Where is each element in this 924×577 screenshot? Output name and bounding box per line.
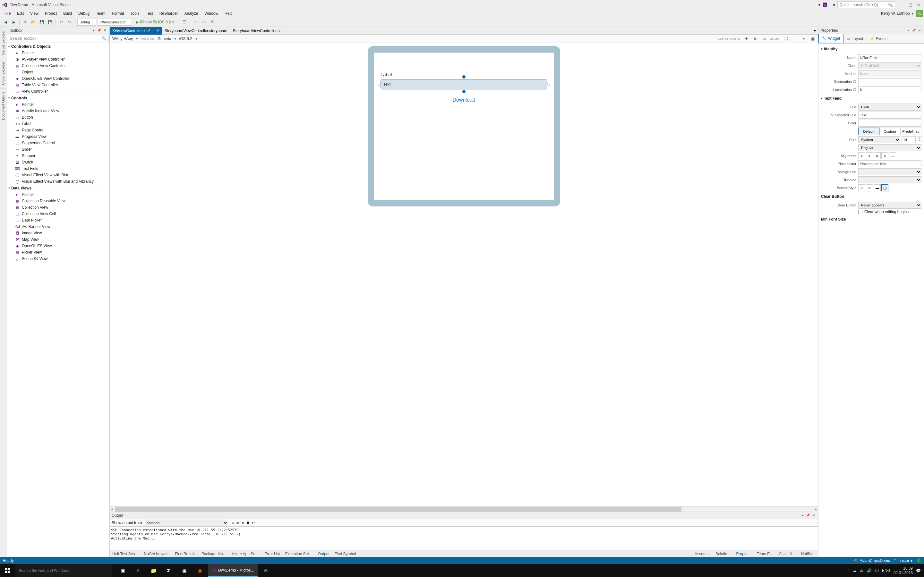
- toolbox-item[interactable]: ◆OpenGL ES View Controller: [7, 75, 110, 82]
- toolbox-item[interactable]: ◯Visual Effect View with Blur: [7, 172, 110, 178]
- tray-onedrive-icon[interactable]: ☁: [853, 568, 857, 573]
- taskbar-firefox-icon[interactable]: ◉: [192, 564, 207, 577]
- scroll-left-icon[interactable]: ◂: [110, 507, 114, 512]
- taskbar-explorer-icon[interactable]: 📁: [146, 564, 161, 577]
- horizontal-scrollbar[interactable]: ◂ ▸: [110, 506, 818, 512]
- output-icon-2[interactable]: ≣: [236, 521, 239, 525]
- prop-font-select[interactable]: System: [858, 136, 900, 143]
- output-icon-1[interactable]: ≡: [232, 521, 234, 525]
- bottom-tab[interactable]: Azure App Se…: [229, 550, 262, 558]
- selection-handle-top[interactable]: [462, 75, 465, 79]
- view-as-chevron-icon[interactable]: ▾: [174, 37, 176, 41]
- menu-team[interactable]: Team: [93, 10, 108, 17]
- toolbox-item[interactable]: ▸Pointer: [7, 50, 110, 56]
- toolbox-search-input[interactable]: Search Toolbox 🔍: [8, 35, 109, 42]
- feedback-icon[interactable]: ☻: [830, 1, 837, 8]
- pin-icon[interactable]: ⟂: [152, 29, 154, 33]
- prop-disabled-select[interactable]: [858, 176, 921, 183]
- align-left-button[interactable]: ≡: [858, 152, 865, 159]
- side-tab-server-explorer[interactable]: Server Explorer: [0, 27, 6, 58]
- tabs-overflow-icon[interactable]: ▾: [812, 29, 818, 33]
- toolbar-icon-4[interactable]: ⇱: [209, 19, 216, 26]
- zoom-fit-icon[interactable]: ⛶: [783, 36, 788, 42]
- bottom-tab[interactable]: Class V…: [776, 550, 798, 558]
- align-center-button[interactable]: ≡: [866, 152, 873, 159]
- status-branch[interactable]: ᛘmaster▾: [894, 558, 913, 563]
- side-tab-document-outline[interactable]: Document Outline: [0, 88, 6, 123]
- toolbox-group[interactable]: ▾Data Views: [7, 185, 110, 191]
- border-none-button[interactable]: ▭: [858, 184, 865, 191]
- toolbox-group[interactable]: ▾Controls: [7, 95, 110, 101]
- menu-build[interactable]: Build: [60, 10, 75, 17]
- toolbox-item[interactable]: ▸Pointer: [7, 101, 110, 108]
- menu-resharper[interactable]: ReSharper: [156, 10, 181, 17]
- status-sync-icon[interactable]: ✓: [916, 558, 921, 563]
- tab-storyboard[interactable]: StoryboardViewController.storyboard: [162, 27, 230, 35]
- nav-back-button[interactable]: ◀: [2, 19, 9, 26]
- view-as-select[interactable]: Generic: [158, 37, 171, 41]
- save-all-button[interactable]: 💾: [47, 19, 53, 26]
- close-button[interactable]: ✕: [915, 1, 922, 8]
- pin-icon[interactable]: 📌: [97, 28, 102, 33]
- flag-icon[interactable]: ▼: [816, 1, 823, 8]
- taskbar-store-icon[interactable]: 🛍: [162, 564, 176, 577]
- toolbox-item[interactable]: ◑AVPlayer View Controller: [7, 56, 110, 63]
- toolbox-item[interactable]: ▤Table View Controller: [7, 82, 110, 88]
- panel-dropdown-icon[interactable]: ▾: [905, 28, 911, 33]
- taskbar-chrome-icon[interactable]: ◉: [177, 564, 192, 577]
- prop-clear-editing-checkbox[interactable]: [858, 210, 863, 214]
- pin-icon[interactable]: 📌: [911, 28, 916, 33]
- start-button[interactable]: [0, 564, 15, 577]
- menu-format[interactable]: Format: [109, 10, 128, 17]
- output-text[interactable]: SSH Connection established with the Mac …: [110, 527, 818, 550]
- menu-project[interactable]: Project: [42, 10, 60, 17]
- toolbox-item[interactable]: ▸Pointer: [7, 191, 110, 198]
- toolbox-item[interactable]: ▦Collection View Controller: [7, 63, 110, 69]
- menu-view[interactable]: View: [27, 10, 42, 17]
- border-rounded-button[interactable]: ◯: [881, 184, 888, 191]
- bottom-tab[interactable]: Team E…: [754, 550, 776, 558]
- side-tab-cloud-explorer[interactable]: Cloud Explorer: [0, 58, 6, 88]
- zoom-actual-icon[interactable]: ▣: [810, 36, 816, 42]
- toolbox-item[interactable]: ◆OpenGL ES View: [7, 243, 110, 249]
- tray-display-icon[interactable]: 🖵: [875, 568, 879, 573]
- pin-icon[interactable]: 📌: [805, 513, 811, 518]
- bottom-tab[interactable]: Find Results: [172, 550, 199, 558]
- close-icon[interactable]: ✕: [811, 513, 816, 518]
- prop-placeholder-input[interactable]: [858, 160, 921, 167]
- font-size-down-button[interactable]: ▾: [917, 140, 921, 143]
- prop-module-input[interactable]: [858, 70, 921, 77]
- color-default-button[interactable]: Default: [858, 127, 879, 135]
- menu-tools[interactable]: Tools: [128, 10, 143, 17]
- prop-ib-input[interactable]: [858, 111, 921, 119]
- user-dropdown-icon[interactable]: ▾: [912, 11, 914, 16]
- save-button[interactable]: 💾: [38, 19, 45, 26]
- toolbox-item[interactable]: ▭View Controller: [7, 88, 110, 95]
- group-min-font[interactable]: Min Font Size: [821, 215, 921, 223]
- tray-network-icon[interactable]: 🖧: [860, 568, 864, 573]
- toolbar-icon-1[interactable]: ☰: [181, 19, 188, 26]
- menu-debug[interactable]: Debug: [75, 10, 93, 17]
- color-predefined-button[interactable]: Predefined: [900, 127, 921, 135]
- bottom-tab[interactable]: Find Symbol…: [332, 550, 363, 558]
- prop-text-select[interactable]: Plain: [858, 103, 921, 111]
- task-view-button[interactable]: ▣: [115, 564, 130, 577]
- toolbox-item[interactable]: ⌨Text Field: [7, 165, 110, 172]
- color-custom-button[interactable]: Custom: [879, 127, 901, 135]
- tray-notifications-icon[interactable]: 💬: [916, 568, 921, 573]
- scroll-right-icon[interactable]: ▸: [814, 507, 818, 512]
- redo-button[interactable]: ↷: [66, 19, 73, 26]
- maximize-button[interactable]: ▢: [907, 1, 914, 8]
- toolbox-item[interactable]: ▭Date Picker: [7, 217, 110, 223]
- start-debug-button[interactable]: ▶ iPhone 5s iOS 9.2 ▾: [133, 19, 177, 26]
- bottom-tab[interactable]: Assem…: [692, 550, 713, 558]
- close-icon[interactable]: ✕: [102, 28, 107, 33]
- toolbox-item[interactable]: iAdiAd Banner View: [7, 223, 110, 230]
- bottom-tab[interactable]: Proper…: [734, 550, 754, 558]
- tray-chevron-icon[interactable]: ˄: [848, 568, 850, 573]
- toolbox-group[interactable]: ▾Controllers & Objects: [7, 43, 110, 50]
- prop-restoration-input[interactable]: [858, 78, 921, 85]
- output-source-select[interactable]: Xamarin: [145, 520, 228, 526]
- size-class-chevron-icon[interactable]: ▾: [136, 37, 138, 41]
- status-repo[interactable]: 🔌MvvmCrossDemo: [853, 558, 890, 563]
